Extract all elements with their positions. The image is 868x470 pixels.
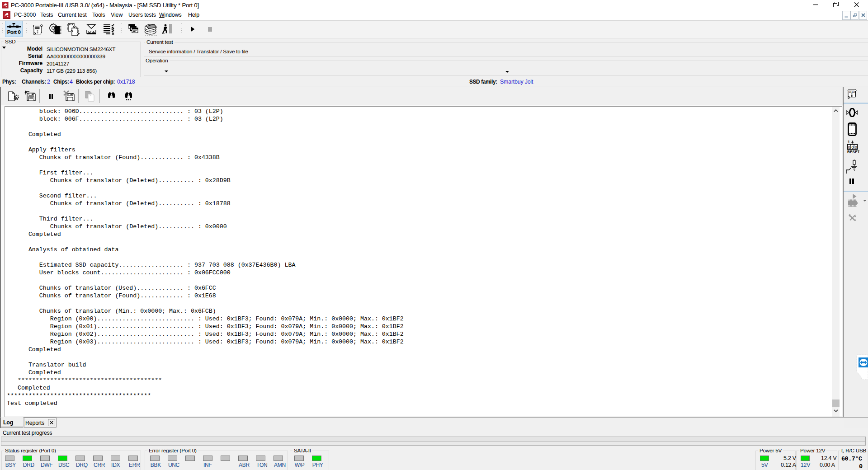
svg-text:01101: 01101 [849,91,856,94]
svg-text:000: 000 [848,145,859,150]
svg-text:1: 1 [848,140,850,144]
svg-text:RESET: RESET [847,150,859,154]
